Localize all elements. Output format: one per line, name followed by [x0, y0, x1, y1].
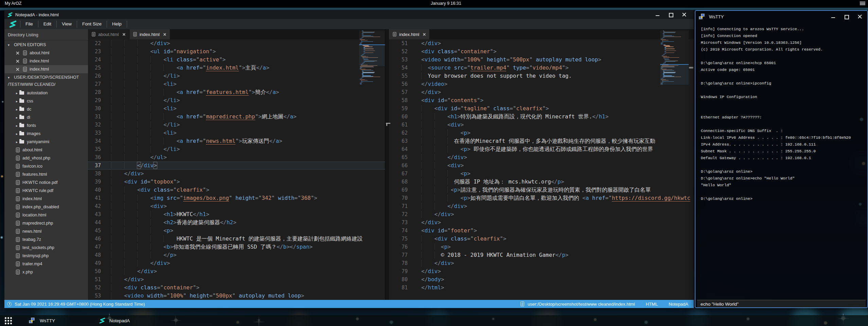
- code-line-53[interactable]: 53<video width="100%" height="500px" aut…: [389, 56, 694, 64]
- code-line-75[interactable]: 75 <div class="clearfix">: [389, 235, 694, 243]
- code-line-23[interactable]: 23 <ul id="navigation">: [88, 47, 385, 56]
- code-line-74[interactable]: 74<div id="footer">: [389, 227, 694, 235]
- code-line-28[interactable]: 28 <a href="features.html">簡介</a>: [88, 88, 385, 96]
- minimap-right[interactable]: [660, 31, 689, 85]
- menu-edit[interactable]: Edit: [38, 21, 57, 27]
- statusbar-language[interactable]: HTML: [646, 302, 658, 307]
- code-line-22[interactable]: 22 </div>: [88, 39, 385, 47]
- code-line-32[interactable]: 32 </li>: [88, 121, 385, 129]
- code-line-35[interactable]: 35 </li>: [88, 145, 385, 153]
- code-line-34[interactable]: 34 <a href="news.html">玩家傳送門</a>: [88, 137, 385, 145]
- code-line-42[interactable]: 42 <div>: [88, 202, 385, 210]
- sidebar-folder-yamiyamimi[interactable]: ▸yamiyamimi: [4, 138, 88, 146]
- sidebar-file-location-html[interactable]: location.html: [4, 211, 88, 219]
- code-line-78[interactable]: 78 </div>: [389, 259, 694, 267]
- code-line-73[interactable]: 73</div>: [389, 218, 694, 227]
- close-icon[interactable]: [16, 60, 19, 63]
- code-line-77[interactable]: 77 © 2018 - 2019 HKWTC Animation Gamer</…: [389, 251, 694, 259]
- code-line-31[interactable]: 31 <a href="mapredirect.php">網上地圖</a>: [88, 113, 385, 121]
- code-line-37[interactable]: 37 </div>: [88, 161, 385, 170]
- code-line-79[interactable]: 79</div>: [389, 267, 694, 275]
- sidebar-folder-css[interactable]: ▸css: [4, 97, 88, 105]
- pane-splitter[interactable]: [385, 29, 389, 300]
- close-icon[interactable]: [122, 33, 125, 36]
- code-line-55[interactable]: 55 Your browser does not support the vid…: [389, 72, 694, 80]
- code-line-39[interactable]: 39 <div id="topbox">: [88, 178, 385, 186]
- minimize-icon[interactable]: [831, 14, 835, 19]
- close-icon[interactable]: [682, 12, 686, 17]
- code-line-27[interactable]: 27 <li>: [88, 80, 385, 88]
- code-line-36[interactable]: 36 </ul>: [88, 153, 385, 161]
- minimize-icon[interactable]: [655, 12, 660, 17]
- sidebar-file-index-html[interactable]: index.html: [4, 195, 88, 203]
- editor-pane-left[interactable]: about.htmlindex.html 22 </div>23 <ul id=…: [88, 29, 385, 300]
- sidebar-file-x-php[interactable]: x.php: [4, 268, 88, 276]
- open-editor-item[interactable]: index.html: [4, 65, 88, 73]
- code-line-80[interactable]: 80</body>: [389, 275, 694, 284]
- sidebar-file-HKWTC-notice-pdf[interactable]: HKWTC notice.pdf: [4, 178, 88, 187]
- sidebar-folder-fonts[interactable]: ▸fonts: [4, 121, 88, 130]
- code-line-81[interactable]: 81</html>: [389, 284, 694, 292]
- code-line-65[interactable]: 65 </div>: [389, 153, 694, 161]
- code-line-52[interactable]: 52 <div class="container">: [88, 284, 385, 292]
- sidebar-file-mapredirect-php[interactable]: mapredirect.php: [4, 219, 88, 227]
- code-line-57[interactable]: 57</div>: [389, 88, 694, 96]
- maximize-icon[interactable]: [844, 14, 849, 19]
- maximize-icon[interactable]: [669, 12, 673, 17]
- close-icon[interactable]: [16, 68, 19, 71]
- menu-help[interactable]: Help: [107, 21, 127, 27]
- code-line-24[interactable]: 24 <li class="active">: [88, 56, 385, 64]
- code-line-61[interactable]: 61 <div>: [389, 121, 694, 129]
- code-line-63[interactable]: 63 在香港的Minecraft 伺服器中，多為小遊戲和純生存的伺服器，較少擁有…: [389, 137, 694, 145]
- code-line-46[interactable]: 46 HKWTC 是一個 Minecraft 的建築伺服器，主要建築計劃包括鐵路…: [88, 235, 385, 243]
- minimap-left[interactable]: [359, 31, 385, 85]
- taskbar-item-notepada[interactable]: NotepadA: [99, 318, 130, 324]
- sidebar-file-trailer-mp4[interactable]: trailer.mp4: [4, 260, 88, 268]
- code-area-right[interactable]: 51</div>52<div class="container">53<vide…: [389, 39, 694, 300]
- code-line-47[interactable]: 47 <b>你知道我們全線伺服器已轉用 SSD 了嗎？</b></span>: [88, 243, 385, 251]
- open-editor-item[interactable]: index.html: [4, 57, 88, 65]
- open-editor-item[interactable]: about.html: [4, 49, 88, 57]
- wstty-titlebar[interactable]: WsTTY: [695, 11, 867, 22]
- code-area-left[interactable]: 22 </div>23 <ul id="navigation">24 <li c…: [88, 39, 385, 300]
- code-line-76[interactable]: 76 <p>: [389, 243, 694, 251]
- code-line-49[interactable]: 49 </div>: [88, 259, 385, 267]
- sidebar-file-features-html[interactable]: features.html: [4, 170, 88, 178]
- tab-about.html[interactable]: about.html: [88, 29, 129, 39]
- close-icon[interactable]: [16, 52, 19, 55]
- sidebar-file-about-html[interactable]: about.html: [4, 146, 88, 154]
- code-line-66[interactable]: 66 <div>: [389, 161, 694, 170]
- sidebar-file-test-sockets-php[interactable]: test_sockets.php: [4, 244, 88, 252]
- code-line-30[interactable]: 30 <li>: [88, 104, 385, 113]
- notepada-titlebar[interactable]: NotepadA - index.html: [4, 10, 694, 19]
- sidebar-folder-dc[interactable]: ▸dc: [4, 105, 88, 113]
- code-line-56[interactable]: 56</video>: [389, 80, 694, 88]
- code-line-72[interactable]: 72 </div>: [389, 210, 694, 218]
- close-icon[interactable]: [857, 14, 862, 19]
- app-grid-icon[interactable]: [5, 317, 12, 324]
- code-line-69[interactable]: 69 <p>請注意，我們的伺服器為確保玩家及遊玩時的質素，我們對的服器開啟了白名…: [389, 186, 694, 194]
- sidebar-folder-autostation[interactable]: ▸autostation: [4, 89, 88, 97]
- sidebar-section-open-editors[interactable]: ▾OPEN EDITORS: [4, 41, 88, 49]
- code-line-67[interactable]: 67 <p>: [389, 170, 694, 178]
- close-icon[interactable]: [163, 33, 166, 36]
- code-line-62[interactable]: 62 <p>: [389, 129, 694, 137]
- code-line-64[interactable]: 64 <p> 即使你不是建築師，你也能透過紅石師或鐵路工程師的身份加入我們的世界: [389, 145, 694, 153]
- menu-file[interactable]: File: [20, 21, 38, 27]
- menu-view[interactable]: View: [57, 21, 77, 27]
- sidebar-file-HKWTC-rule-pdf[interactable]: HKWTC rule.pdf: [4, 187, 88, 195]
- code-line-43[interactable]: 43 <h1>HKWTC</h1>: [88, 210, 385, 218]
- tab-index.html[interactable]: index.html: [129, 29, 170, 39]
- code-line-50[interactable]: 50 </div>: [88, 267, 385, 275]
- code-line-52[interactable]: 52<div class="container">: [389, 47, 694, 56]
- menu-font-size[interactable]: Font Size: [77, 21, 107, 27]
- sidebar-file-add-vhost-php[interactable]: add_vhost.php: [4, 154, 88, 162]
- tab-index.html[interactable]: index.html: [389, 29, 430, 39]
- code-line-41[interactable]: 41 <img src="images/box.png" height="342…: [88, 194, 385, 202]
- code-line-53[interactable]: 53 <video width="100%" height="500px" au…: [88, 292, 385, 300]
- code-line-68[interactable]: 68 伺服器 IP 地址為： mcs.hkwtc.org</p>: [389, 178, 694, 186]
- code-line-60[interactable]: 60 <h1>特別為建築及鐵路而設，現代化的 Minecraft 世界.</h1…: [389, 113, 694, 121]
- code-line-70[interactable]: 70 <p>如有問題或需要申請白名單，歡迎加入我們的 <a href="http…: [389, 194, 694, 202]
- code-line-48[interactable]: 48 </p>: [88, 251, 385, 259]
- code-line-51[interactable]: 51 </div>: [88, 275, 385, 284]
